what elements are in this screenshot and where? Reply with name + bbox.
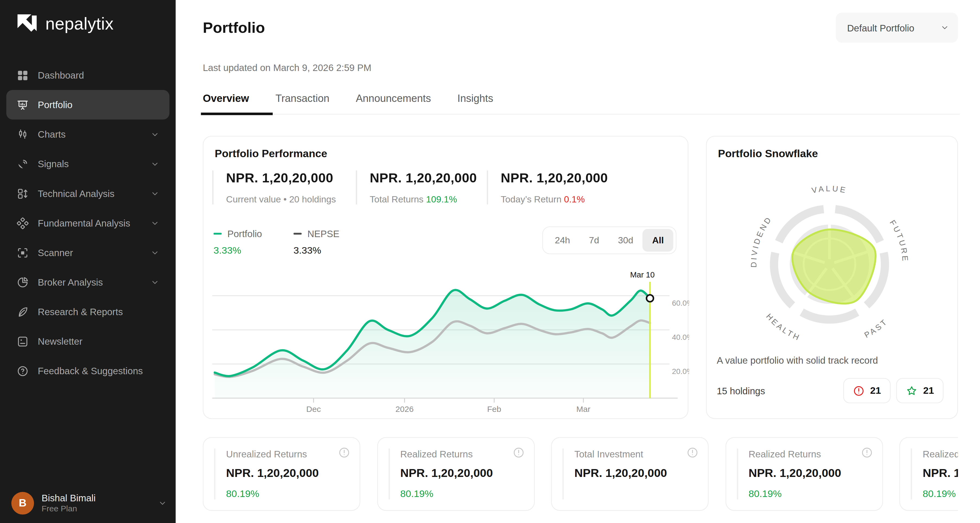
summary-card-value: NPR. 1,20,20,000 bbox=[400, 466, 493, 480]
svg-text:Dec: Dec bbox=[306, 404, 321, 414]
tab-bar: Overview Transaction Announcements Insig… bbox=[203, 92, 960, 114]
legend-label: NEPSE bbox=[307, 228, 339, 239]
svg-text:VALUE: VALUE bbox=[811, 184, 848, 195]
brand-logo[interactable]: nepalytix bbox=[15, 12, 114, 36]
range-24h-button[interactable]: 24h bbox=[545, 229, 579, 252]
legend-portfolio: Portfolio 3.33% bbox=[213, 228, 262, 256]
sidebar-item-charts[interactable]: Charts bbox=[6, 119, 169, 149]
portfolio-change-pct: 3.33% bbox=[213, 245, 262, 256]
sidebar-item-label: Dashboard bbox=[38, 70, 84, 81]
tab-insights[interactable]: Insights bbox=[457, 92, 493, 114]
summary-card-value: NPR. 1,20,20,000 bbox=[226, 466, 318, 480]
svg-text:DIVIDEND: DIVIDEND bbox=[749, 214, 774, 268]
tab-announcements[interactable]: Announcements bbox=[356, 92, 431, 114]
snowflake-caption: A value portfolio with solid track recor… bbox=[717, 355, 878, 365]
portfolio-snowflake-card: VALUEFUTUREPASTHEALTHDIVIDEND Portfolio … bbox=[706, 136, 958, 419]
summary-card-title: Realized Returns bbox=[923, 449, 958, 459]
nepalytix-logo-icon bbox=[15, 12, 39, 36]
total-investment-card: Total Investment NPR. 1,20,20,000 bbox=[551, 437, 708, 511]
summary-card-value: NPR. 1,20,20,000 bbox=[749, 466, 841, 480]
sidebar-item-signals[interactable]: Signals bbox=[6, 149, 169, 179]
range-7d-button[interactable]: 7d bbox=[579, 229, 609, 252]
alerts-badge[interactable]: 21 bbox=[843, 378, 891, 403]
summary-card-pct: 80.19% bbox=[400, 488, 433, 499]
sidebar-nav: Dashboard Portfolio Charts bbox=[6, 60, 169, 386]
star-icon bbox=[906, 385, 918, 396]
legend-nepse: NEPSE 3.33% bbox=[294, 228, 339, 256]
dashboard-icon bbox=[16, 69, 29, 81]
portfolio-icon bbox=[16, 98, 29, 111]
snowflake-radar-chart: VALUEFUTUREPASTHEALTHDIVIDEND bbox=[707, 136, 959, 420]
nepse-change-pct: 3.33% bbox=[294, 245, 339, 256]
performance-card-title: Portfolio Performance bbox=[215, 148, 327, 160]
starred-badge[interactable]: 21 bbox=[896, 378, 943, 403]
portfolio-selector-dropdown[interactable]: Default Portfolio bbox=[836, 13, 958, 43]
sidebar-item-newsletter[interactable]: Newsletter bbox=[6, 326, 169, 356]
portfolio-selector-value: Default Portfolio bbox=[847, 22, 940, 33]
info-icon[interactable] bbox=[338, 447, 350, 458]
info-icon[interactable] bbox=[861, 447, 873, 458]
broker-analysis-icon bbox=[16, 276, 29, 288]
svg-text:2026: 2026 bbox=[395, 404, 414, 414]
range-all-button[interactable]: All bbox=[643, 229, 673, 252]
tab-overview[interactable]: Overview bbox=[203, 92, 249, 114]
sidebar-item-dashboard[interactable]: Dashboard bbox=[6, 60, 169, 90]
sidebar-item-broker-analysis[interactable]: Broker Analysis bbox=[6, 268, 169, 297]
legend-label: Portfolio bbox=[228, 228, 262, 239]
info-icon[interactable] bbox=[686, 447, 698, 458]
scanner-icon bbox=[16, 246, 29, 259]
stat-value: NPR. 1,20,20,000 bbox=[501, 170, 632, 185]
summary-card-title: Unrealized Returns bbox=[226, 449, 307, 459]
sidebar-item-feedback[interactable]: Feedback & Suggestions bbox=[6, 356, 169, 386]
sidebar-item-label: Portfolio bbox=[38, 100, 72, 110]
user-menu[interactable]: B Bishal Bimali Free Plan bbox=[11, 491, 167, 514]
page-title: Portfolio bbox=[203, 19, 265, 36]
tab-transaction[interactable]: Transaction bbox=[275, 92, 329, 114]
sidebar-item-label: Technical Analysis bbox=[38, 188, 115, 199]
nepse-series-dash bbox=[294, 233, 302, 235]
app-window: nepalytix Dashboard Portfolio bbox=[0, 0, 980, 523]
stat-todays-return: NPR. 1,20,20,000 Today’s Return 0.1% bbox=[487, 170, 632, 204]
stat-current-value: NPR. 1,20,20,000 Current value • 20 hold… bbox=[212, 170, 356, 204]
chevron-down-icon bbox=[151, 189, 159, 198]
realized-returns-card-clipped: Realized Returns NPR. 1,20,20,000 80.19% bbox=[899, 437, 958, 511]
feedback-icon bbox=[16, 365, 29, 377]
avatar: B bbox=[11, 491, 34, 514]
holdings-count: 15 holdings bbox=[717, 385, 843, 396]
sidebar-item-technical-analysis[interactable]: Technical Analysis bbox=[6, 179, 169, 208]
svg-text:60.0%: 60.0% bbox=[672, 299, 689, 307]
portfolio-series-dash bbox=[213, 233, 222, 235]
svg-text:PAST: PAST bbox=[863, 317, 890, 339]
brand-logo-text: nepalytix bbox=[45, 14, 114, 33]
sidebar-item-label: Broker Analysis bbox=[38, 277, 103, 287]
newsletter-icon bbox=[16, 335, 29, 347]
sidebar-item-label: Signals bbox=[38, 158, 68, 169]
range-30d-button[interactable]: 30d bbox=[609, 229, 643, 252]
chevron-down-icon bbox=[151, 219, 159, 227]
realized-returns-card: Realized Returns NPR. 1,20,20,000 80.19% bbox=[725, 437, 883, 511]
performance-stats: NPR. 1,20,20,000 Current value • 20 hold… bbox=[212, 170, 632, 204]
sidebar-item-scanner[interactable]: Scanner bbox=[6, 238, 169, 267]
sidebar-item-portfolio[interactable]: Portfolio bbox=[6, 90, 169, 119]
summary-card-title: Realized Returns bbox=[400, 449, 473, 459]
stat-highlight: 109.1% bbox=[426, 194, 457, 204]
svg-text:20.0%: 20.0% bbox=[672, 368, 689, 376]
stat-total-returns: NPR. 1,20,20,000 Total Returns 109.1% bbox=[356, 170, 487, 204]
sidebar-item-research-reports[interactable]: Research & Reports bbox=[6, 297, 169, 326]
fundamental-analysis-icon bbox=[16, 217, 29, 229]
chevron-down-icon bbox=[151, 248, 159, 257]
sidebar-item-label: Research & Reports bbox=[38, 306, 123, 317]
sidebar-item-label: Fundamental Analysis bbox=[38, 218, 130, 228]
sidebar-item-fundamental-analysis[interactable]: Fundamental Analysis bbox=[6, 208, 169, 238]
info-icon[interactable] bbox=[512, 447, 524, 458]
main-content: Portfolio Default Portfolio Last updated… bbox=[176, 0, 980, 523]
stat-highlight: 0.1% bbox=[564, 194, 585, 204]
stat-label: Today’s Return bbox=[501, 194, 564, 204]
stat-value: NPR. 1,20,20,000 bbox=[370, 170, 487, 185]
svg-text:Mar: Mar bbox=[576, 404, 590, 414]
portfolio-performance-card: 20.0%40.0%60.0%Dec2026FebMarMar 10 Portf… bbox=[203, 136, 688, 419]
chevron-down-icon bbox=[151, 278, 159, 287]
summary-card-pct: 80.19% bbox=[923, 488, 956, 499]
sidebar-item-label: Charts bbox=[38, 129, 66, 139]
summary-card-value: NPR. 1,20,20,000 bbox=[923, 466, 958, 480]
